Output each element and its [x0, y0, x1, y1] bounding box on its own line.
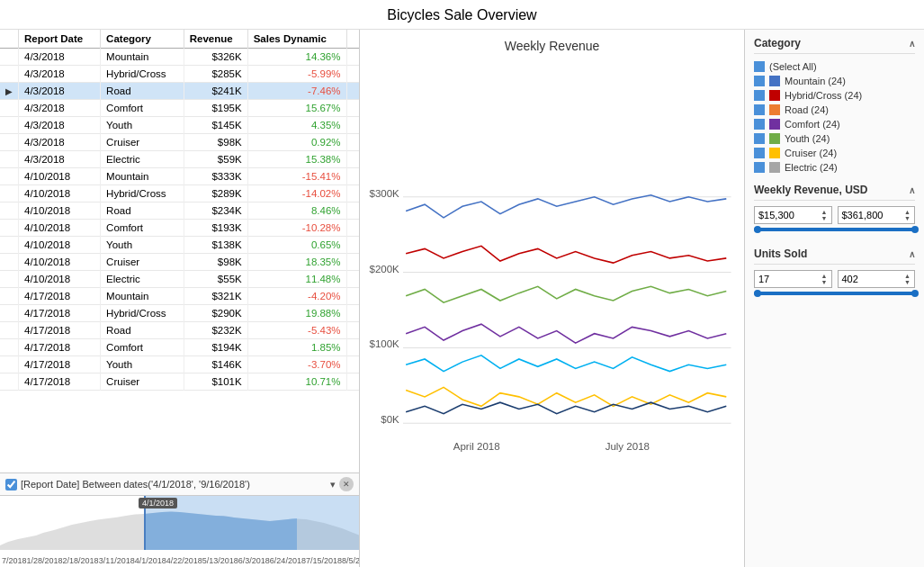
scroll-col [346, 374, 359, 391]
category-item[interactable]: Electric (24) [754, 160, 915, 175]
units-min-up[interactable]: ▲ [821, 273, 828, 279]
table-row[interactable]: 4/10/2018Youth$138K0.65% [0, 237, 359, 254]
cell-dynamic: 11.48% [247, 271, 346, 288]
revenue-min-spinner[interactable]: ▲ ▼ [821, 209, 828, 221]
category-item-label: Cruiser (24) [785, 148, 837, 158]
col-report-date[interactable]: Report Date [19, 30, 101, 49]
revenue-section: Weekly Revenue, USD ∧ $15,300 ▲ ▼ $361,8… [754, 184, 915, 238]
data-table[interactable]: Report Date Category Revenue Sales Dynam… [0, 30, 359, 472]
table-row[interactable]: 4/17/2018Comfort$194K1.85% [0, 339, 359, 356]
table-row[interactable]: 4/10/2018Cruiser$98K18.35% [0, 254, 359, 271]
units-max-spinner[interactable]: ▲ ▼ [904, 273, 911, 285]
cell-dynamic: -3.70% [247, 356, 346, 374]
units-max-input[interactable]: 402 ▲ ▼ [838, 270, 916, 288]
cell-category: Comfort [101, 220, 184, 237]
timeline[interactable]: 4/1/2018 9/16/2018 7/2018 1/28/2018 2/18… [0, 495, 359, 567]
cell-dynamic: 0.65% [247, 237, 346, 254]
category-checkbox[interactable] [754, 119, 765, 130]
category-checkbox[interactable] [754, 133, 765, 144]
row-indicator [0, 49, 19, 66]
units-slider-track[interactable] [754, 292, 915, 295]
table-row[interactable]: 4/3/2018Electric$59K15.38% [0, 151, 359, 168]
table-row[interactable]: ▶4/3/2018Road$241K-7.46% [0, 83, 359, 100]
table-row[interactable]: 4/10/2018Electric$55K11.48% [0, 271, 359, 288]
units-min-spinner[interactable]: ▲ ▼ [821, 273, 828, 285]
table-row[interactable]: 4/3/2018Youth$145K4.35% [0, 117, 359, 134]
cell-dynamic: -15.41% [247, 168, 346, 185]
revenue-max-spinner[interactable]: ▲ ▼ [904, 209, 911, 221]
category-checkbox[interactable] [754, 90, 765, 101]
cell-date: 4/3/2018 [19, 66, 101, 83]
table-row[interactable]: 4/10/2018Hybrid/Cross$289K-14.02% [0, 185, 359, 202]
category-checkbox[interactable] [754, 162, 765, 173]
cell-date: 4/17/2018 [19, 305, 101, 322]
units-slider-min-thumb[interactable] [754, 290, 761, 297]
units-slider-max-thumb[interactable] [911, 290, 919, 297]
category-checkbox[interactable] [754, 148, 765, 158]
category-item[interactable]: Hybrid/Cross (24) [754, 88, 915, 103]
scroll-col [346, 134, 359, 151]
units-min-input[interactable]: 17 ▲ ▼ [754, 270, 832, 288]
revenue-max-input[interactable]: $361,800 ▲ ▼ [838, 206, 916, 224]
col-revenue[interactable]: Revenue [184, 30, 247, 49]
units-chevron-icon[interactable]: ∧ [909, 249, 915, 259]
table-row[interactable]: 4/17/2018Youth$146K-3.70% [0, 356, 359, 374]
table-row[interactable]: 4/3/2018Mountain$326K14.36% [0, 49, 359, 66]
category-item[interactable]: Cruiser (24) [754, 146, 915, 160]
col-category[interactable]: Category [101, 30, 184, 49]
row-indicator [0, 339, 19, 356]
revenue-slider-max-thumb[interactable] [911, 226, 919, 233]
revenue-max-down[interactable]: ▼ [904, 215, 911, 221]
filter-close-button[interactable]: ✕ [339, 477, 354, 491]
revenue-section-header: Weekly Revenue, USD ∧ [754, 184, 915, 201]
table-row[interactable]: 4/3/2018Hybrid/Cross$285K-5.99% [0, 66, 359, 83]
cell-revenue: $55K [184, 271, 247, 288]
revenue-slider-min-thumb[interactable] [754, 226, 761, 233]
category-checkbox[interactable] [754, 76, 765, 86]
category-color-swatch [769, 119, 780, 130]
svg-text:$300K: $300K [369, 188, 399, 199]
table-row[interactable]: 4/3/2018Comfort$195K15.67% [0, 100, 359, 117]
category-color-swatch [769, 104, 780, 115]
row-indicator [0, 117, 19, 134]
cell-revenue: $290K [184, 305, 247, 322]
revenue-min-down[interactable]: ▼ [821, 215, 828, 221]
category-checkbox[interactable] [754, 104, 765, 115]
table-header-row: Report Date Category Revenue Sales Dynam… [0, 30, 359, 49]
category-item[interactable]: Road (24) [754, 103, 915, 117]
table-row[interactable]: 4/17/2018Cruiser$101K10.71% [0, 374, 359, 391]
table-row[interactable]: 4/10/2018Mountain$333K-15.41% [0, 168, 359, 185]
cell-dynamic: -5.43% [247, 322, 346, 339]
category-item[interactable]: Youth (24) [754, 131, 915, 146]
revenue-min-up[interactable]: ▲ [821, 209, 828, 215]
category-item-label: Hybrid/Cross (24) [785, 90, 862, 101]
revenue-max-up[interactable]: ▲ [904, 209, 911, 215]
cell-revenue: $145K [184, 117, 247, 134]
category-checkbox[interactable] [754, 61, 765, 72]
category-chevron-icon[interactable]: ∧ [909, 39, 915, 49]
cell-category: Cruiser [101, 134, 184, 151]
table-row[interactable]: 4/10/2018Comfort$193K-10.28% [0, 220, 359, 237]
category-item[interactable]: (Select All) [754, 59, 915, 74]
revenue-min-input[interactable]: $15,300 ▲ ▼ [754, 206, 832, 224]
table-row[interactable]: 4/10/2018Road$234K8.46% [0, 202, 359, 220]
units-max-up[interactable]: ▲ [904, 273, 911, 279]
col-sales-dynamic[interactable]: Sales Dynamic [247, 30, 346, 49]
table-row[interactable]: 4/17/2018Road$232K-5.43% [0, 322, 359, 339]
units-min-down[interactable]: ▼ [821, 279, 828, 285]
table-row[interactable]: 4/17/2018Mountain$321K-4.20% [0, 288, 359, 305]
table-row[interactable]: 4/17/2018Hybrid/Cross$290K19.88% [0, 305, 359, 322]
revenue-slider-fill [754, 228, 915, 231]
filter-checkbox[interactable] [5, 479, 17, 490]
table-row[interactable]: 4/3/2018Cruiser$98K0.92% [0, 134, 359, 151]
chart-area: $300K $200K $100K $0K April 2018 July 20… [363, 57, 740, 563]
scroll-col [346, 117, 359, 134]
category-item[interactable]: Mountain (24) [754, 74, 915, 88]
revenue-slider-track[interactable] [754, 228, 915, 231]
row-indicator [0, 100, 19, 117]
filter-dropdown-arrow[interactable]: ▾ [330, 479, 336, 490]
units-max-down[interactable]: ▼ [904, 279, 911, 285]
revenue-chevron-icon[interactable]: ∧ [909, 185, 915, 195]
category-item[interactable]: Comfort (24) [754, 117, 915, 131]
cell-category: Mountain [101, 288, 184, 305]
